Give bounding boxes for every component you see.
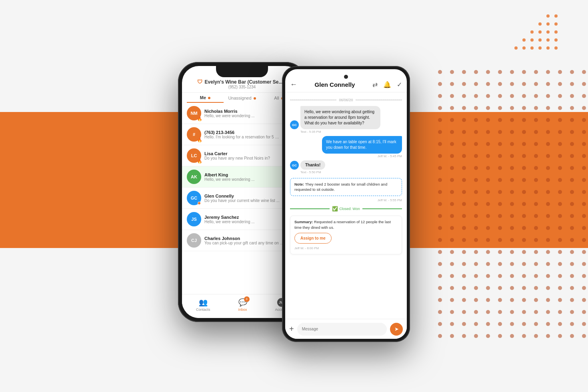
send-icon: ➤: [394, 326, 399, 332]
p1-header-title: 🛡 Evelyn's Wine Bar (Customer Se... ▾: [197, 79, 287, 85]
messages-area: 06/06/20 GC Hello, we were wondering abo…: [285, 92, 407, 316]
unassigned-dot: [254, 97, 256, 100]
p2-header-icons: ⇄ 🔔 ✓: [372, 81, 402, 88]
nav-inbox[interactable]: 💬 3 Inbox: [238, 298, 247, 312]
info-lisa: Lisa Carter Do you have any new Pinot No…: [204, 151, 280, 160]
nav-contacts-label: Contacts: [196, 308, 210, 312]
info-charles: Charles Johnson You can pick-up your gif…: [204, 236, 285, 245]
closed-label: ✅ Closed: Won: [332, 206, 360, 212]
name-jeremy: Jeremy Sanchez: [204, 215, 278, 220]
meta-incoming-1: Text - 5:35 PM: [300, 130, 321, 134]
summary-label: Summary:: [294, 220, 313, 224]
info-763: (763) 213-3456 Hello. I'm looking for a …: [204, 130, 280, 139]
message-input-bar: + ➤: [285, 319, 407, 339]
tab-unassigned[interactable]: Unassigned: [224, 96, 260, 102]
note-bubble: Note: They need 2 booster seats for smal…: [290, 178, 402, 196]
preview-glen: Do you have your current white wine list…: [204, 198, 280, 203]
preview-jeremy: Hello, we were wondering ...: [204, 220, 278, 224]
contacts-icon: 👥: [199, 298, 208, 307]
closed-divider: ✅ Closed: Won: [290, 206, 402, 212]
avatar-glen: GC: [187, 191, 201, 205]
message-input[interactable]: [297, 323, 387, 336]
shuffle-icon[interactable]: ⇄: [372, 81, 378, 88]
nav-contacts[interactable]: 👥 Contacts: [196, 298, 210, 312]
info-nicholas: Nicholas Morris Hello, we were wondering…: [204, 109, 280, 118]
date-divider: 06/06/20: [290, 98, 402, 102]
preview-nicholas: Hello, we were wondering ...: [204, 114, 280, 118]
nav-inbox-label: Inbox: [238, 308, 247, 312]
bubble-outgoing-1: We have an table open at 8:15, I'll mark…: [322, 136, 402, 154]
info-glen: Glen Connelly Do you have your current w…: [204, 194, 280, 203]
meta-summary: Jeff W. - 6:00 PM: [294, 246, 398, 251]
msg-outgoing-1: We have an table open at 8:15, I'll mark…: [290, 136, 402, 158]
assign-to-me-button[interactable]: Assign to me: [294, 233, 332, 244]
check-circle-icon: ✅: [332, 206, 338, 212]
fire-icon-3: 🔥: [197, 159, 202, 164]
meta-thanks: Text - 5:50 PM: [300, 170, 321, 174]
fire-icon: 🔥: [197, 117, 202, 121]
avatar-nicholas: NM 🔥: [187, 106, 201, 120]
info-albert: Albert King Hello, we were wondering ...: [204, 172, 287, 182]
phone2-wrap: ← Glen Connelly ⇄ 🔔 ✓ 06/06/20: [282, 66, 410, 342]
p1-business-name: Evelyn's Wine Bar (Customer Se...: [205, 79, 283, 85]
preview-albert: Hello, we were wondering ...: [204, 177, 287, 182]
summary-card: Summary: Requested a reservation of 12 p…: [290, 216, 402, 255]
back-button[interactable]: ←: [290, 80, 297, 89]
bell-header-icon[interactable]: 🔔: [383, 81, 391, 88]
preview-lisa: Do you have any new Pinot Noirs in?: [204, 156, 280, 160]
bubble-incoming-1: Hello, we were wondering about getting a…: [300, 106, 380, 129]
name-lisa: Lisa Carter: [204, 151, 280, 156]
preview-charles: You can pick-up your gift card any time …: [204, 241, 285, 245]
avatar-763: # 🔥: [187, 127, 201, 142]
tab-me[interactable]: Me: [187, 95, 224, 103]
date-text: 06/06/20: [339, 98, 353, 102]
phone1-notch: [216, 66, 268, 77]
avatar-jeremy: JS: [187, 212, 201, 226]
p2-contact-name: Glen Connelly: [315, 81, 355, 88]
name-albert: Albert King: [204, 172, 287, 177]
gc-avatar-2: GC: [290, 161, 299, 170]
msg-incoming-1: GC Hello, we were wondering about gettin…: [290, 106, 402, 134]
avatar-albert: AK: [187, 170, 201, 184]
name-nicholas: Nicholas Morris: [204, 109, 280, 114]
msg-note: Note: They need 2 booster seats for smal…: [290, 176, 402, 202]
front-camera: [344, 75, 348, 79]
info-jeremy: Jeremy Sanchez Hello, we were wondering …: [204, 215, 278, 224]
name-charles: Charles Johnson: [204, 236, 285, 241]
send-button[interactable]: ➤: [390, 323, 403, 336]
thanks-bubble: Thanks!: [300, 160, 325, 170]
name-763: (763) 213-3456: [204, 130, 280, 135]
meta-outgoing-1: Jeff W. - 5:45 PM: [378, 154, 402, 158]
fire-icon-2: 🔥: [197, 138, 202, 142]
shield-icon: 🛡: [197, 79, 202, 85]
msg-thanks: GC Thanks! Text - 5:50 PM: [290, 160, 402, 174]
me-dot: [208, 97, 210, 99]
gc-avatar-1: GC: [290, 120, 299, 129]
preview-763: Hello. I'm looking for a reservation for…: [204, 135, 280, 139]
phone2-device: ← Glen Connelly ⇄ 🔔 ✓ 06/06/20: [282, 66, 410, 342]
checkmark-icon[interactable]: ✓: [397, 81, 402, 88]
online-indicator: [198, 202, 201, 205]
plus-icon[interactable]: +: [289, 324, 294, 334]
inbox-badge: 3: [244, 296, 250, 302]
phone2-screen: ← Glen Connelly ⇄ 🔔 ✓ 06/06/20: [285, 69, 407, 339]
p1-phone-number: (952) 335-1234: [228, 85, 256, 89]
p2-header: ← Glen Connelly ⇄ 🔔 ✓: [285, 69, 407, 92]
avatar-charles: CJ: [187, 233, 201, 248]
meta-note: Jeff W. - 5:55 PM: [378, 198, 402, 202]
name-glen: Glen Connelly: [204, 194, 280, 198]
scene: 🛡 Evelyn's Wine Bar (Customer Se... ▾ (9…: [0, 0, 588, 392]
avatar-lisa: LC 🔥: [187, 148, 201, 163]
